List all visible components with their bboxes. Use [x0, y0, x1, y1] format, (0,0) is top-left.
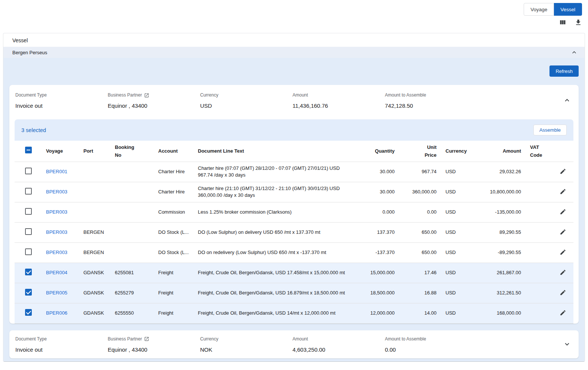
cell-quantity: 30.000 [358, 182, 399, 202]
edit-button[interactable] [559, 288, 567, 297]
cell-vat-code [526, 222, 552, 242]
table-row: BPER003CommissionLess 1.25% broker commi… [15, 202, 573, 222]
cell-quantity: 18,500.000 [358, 283, 399, 303]
chevron-up-icon [563, 96, 571, 106]
cell-account: Freight [154, 263, 193, 283]
document-summary: Document Type Invoice out Business Partn… [9, 330, 579, 358]
voyage-link[interactable]: BPER001 [46, 169, 67, 174]
collapse-button[interactable] [561, 95, 573, 107]
vessel-toggle-button[interactable]: Vessel [554, 3, 582, 16]
cell-currency: USD [441, 263, 473, 283]
cell-currency: USD [441, 202, 473, 222]
edit-button[interactable] [559, 187, 567, 196]
field-value: 4,603,250.00 [293, 346, 385, 353]
chevron-up-icon[interactable] [570, 49, 578, 56]
field-label: Amount to Assemble [385, 92, 477, 98]
row-checkbox[interactable] [25, 228, 32, 235]
vessel-accordion-header[interactable]: Bergen Perseus [3, 47, 585, 58]
field-value: Equinor , 43400 [108, 346, 200, 353]
cell-text: Less 1.25% broker commission (Clarksons) [193, 202, 358, 222]
field-business-partner: Business Partner Equinor , 43400 [108, 92, 200, 109]
voyage-link[interactable]: BPER003 [46, 229, 67, 235]
cell-text: Charter hire (07:07 (GMT) 28/12/20 - 07:… [193, 162, 358, 182]
view-toggle-group: Voyage Vessel [524, 3, 582, 16]
voyage-link[interactable]: BPER004 [46, 270, 67, 275]
expand-button[interactable] [561, 339, 573, 351]
col-quantity: Quantity [358, 141, 399, 162]
cell-amount: 312,261.50 [473, 283, 526, 303]
cell-booking-no [110, 182, 154, 202]
row-checkbox-cell [15, 182, 42, 202]
voyage-link[interactable]: BPER006 [46, 310, 67, 316]
row-checkbox[interactable] [25, 269, 32, 275]
field-amount: Amount 4,603,250.00 [293, 336, 385, 353]
cell-text: Freight, Crude Oil, Bergen/Gdansk, USD 1… [193, 263, 358, 283]
select-all-checkbox[interactable] [25, 147, 32, 153]
field-label: Currency [200, 92, 293, 98]
line-items-table: Voyage Port Booking No Account Document … [15, 141, 573, 324]
cell-vat-code [526, 242, 552, 263]
download-icon[interactable] [575, 19, 582, 26]
cell-vat-code [526, 283, 552, 303]
cell-account: Freight [154, 303, 193, 323]
row-checkbox[interactable] [25, 168, 32, 174]
edit-button[interactable] [559, 309, 567, 317]
document-card-usd: Document Type Invoice out Business Partn… [9, 85, 579, 324]
row-checkbox-cell [15, 303, 42, 323]
voyage-link[interactable]: BPER005 [46, 290, 67, 296]
selected-count: 3 selected [21, 127, 46, 133]
field-label: Amount to Assemble [385, 336, 477, 342]
voyage-link[interactable]: BPER003 [46, 250, 67, 255]
row-checkbox[interactable] [25, 309, 32, 316]
cell-port [79, 162, 110, 182]
cell-vat-code [526, 182, 552, 202]
cell-unit-price: 650.00 [399, 242, 441, 263]
chevron-down-icon [563, 340, 571, 349]
field-label: Document Type [15, 336, 108, 342]
cell-amount: 89,290.55 [473, 222, 526, 242]
voyage-link[interactable]: BPER003 [46, 209, 67, 215]
field-amount-to-assemble: Amount to Assemble 742,128.50 [385, 92, 477, 109]
cell-booking-no [110, 202, 154, 222]
topbar: Voyage Vessel [0, 0, 588, 33]
row-checkbox[interactable] [25, 208, 32, 215]
pencil-icon [560, 289, 566, 296]
row-checkbox[interactable] [25, 289, 32, 296]
edit-button[interactable] [559, 167, 567, 175]
cell-booking-no: 6255081 [110, 263, 154, 283]
refresh-button[interactable]: Refresh [549, 65, 579, 77]
edit-button[interactable] [559, 228, 567, 236]
cell-unit-price: 16.88 [399, 283, 441, 303]
cell-amount: 168,000.00 [473, 303, 526, 323]
pencil-icon [560, 309, 566, 316]
row-checkbox[interactable] [25, 248, 32, 255]
edit-cell [552, 263, 573, 283]
voyage-link[interactable]: BPER003 [46, 189, 67, 195]
cell-amount: 10,800,000.00 [473, 182, 526, 202]
cell-port: GDANSK [79, 283, 110, 303]
columns-icon[interactable] [559, 19, 566, 26]
edit-button[interactable] [559, 248, 567, 256]
open-in-new-icon[interactable] [144, 336, 149, 342]
cell-currency: USD [441, 222, 473, 242]
field-value: Invoice out [15, 346, 108, 353]
edit-button[interactable] [559, 208, 567, 216]
field-value: Invoice out [15, 103, 108, 109]
cell-account: Charter Hire [154, 182, 193, 202]
edit-button[interactable] [559, 268, 567, 276]
cell-amount: -135,000.00 [473, 202, 526, 222]
cell-quantity: 137.370 [358, 222, 399, 242]
page: Voyage Vessel Vessel Bergen Perseus Refr… [0, 0, 588, 370]
cell-quantity: 12,000.000 [358, 303, 399, 323]
open-in-new-icon[interactable] [144, 93, 149, 98]
cell-booking-no [110, 242, 154, 263]
field-currency: Currency USD [200, 92, 293, 109]
voyage-toggle-button[interactable]: Voyage [524, 3, 554, 16]
assemble-button[interactable]: Assemble [533, 125, 567, 135]
cell-unit-price: 650.00 [399, 222, 441, 242]
cell-quantity: 15,000.000 [358, 263, 399, 283]
row-checkbox[interactable] [25, 188, 32, 195]
refresh-row: Refresh [9, 58, 579, 85]
row-checkbox-cell [15, 263, 42, 283]
cell-voyage: BPER003 [42, 242, 79, 263]
